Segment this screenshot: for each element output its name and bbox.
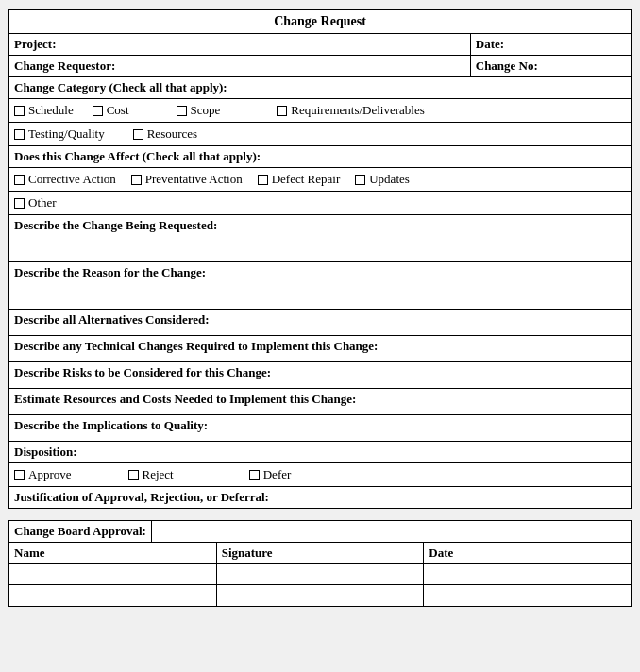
checkbox-sym-preventative (131, 175, 142, 185)
disposition-label: Disposition: (14, 445, 76, 459)
justification-label: Justification of Approval, Rejection, or… (14, 490, 269, 504)
checkbox-sym-scope (177, 106, 187, 116)
checkbox-label-preventative: Preventative Action (145, 172, 243, 187)
checkbox-sym-approve (14, 470, 25, 480)
checkbox-corrective[interactable]: Corrective Action (14, 172, 116, 187)
project-label: Project: (14, 37, 57, 51)
checkbox-sym-defer (249, 470, 260, 480)
board-cell-date-1 (424, 564, 631, 584)
estimate-resources-label: Estimate Resources and Costs Needed to I… (14, 392, 356, 406)
checkbox-label-approve: Approve (28, 467, 72, 482)
checkbox-resources[interactable]: Resources (133, 126, 197, 142)
checkbox-label-testing: Testing/Quality (28, 126, 105, 142)
board-col-date: Date (424, 543, 631, 563)
requestor-label: Change Requestor: (14, 59, 115, 73)
checkbox-sym-cost (93, 106, 103, 116)
checkbox-cost[interactable]: Cost (93, 103, 129, 118)
checkbox-label-other: Other (28, 195, 57, 210)
change-no-label: Change No: (476, 59, 538, 73)
affect-label: Does this Change Affect (Check all that … (14, 149, 261, 163)
describe-reason-label: Describe the Reason for the Change: (14, 265, 206, 279)
describe-risks-label: Describe Risks to be Considered for this… (14, 365, 271, 379)
describe-implications-label: Describe the Implications to Quality: (14, 418, 208, 432)
checkbox-sym-reject (128, 470, 139, 480)
checkbox-label-defect: Defect Repair (272, 172, 341, 187)
board-col-signature: Signature (217, 543, 425, 563)
checkbox-approve[interactable]: Approve (14, 467, 72, 482)
checkbox-label-reject: Reject (143, 467, 174, 482)
checkbox-scope[interactable]: Scope (177, 103, 221, 118)
checkbox-sym-resources (133, 129, 143, 140)
checkbox-label-cost: Cost (107, 103, 129, 118)
checkbox-defect[interactable]: Defect Repair (258, 172, 341, 187)
board-row-2 (9, 585, 631, 606)
board-header-label: Change Board Approval: (9, 521, 152, 542)
board-cell-date-2 (424, 585, 631, 606)
checkbox-sym-corrective (14, 175, 25, 185)
form-title: Change Request (9, 10, 631, 34)
board-cell-sig-1 (217, 564, 425, 584)
checkbox-schedule[interactable]: Schedule (14, 103, 74, 118)
checkbox-label-schedule: Schedule (28, 103, 74, 118)
board-row-1 (9, 564, 631, 585)
change-board-table: Change Board Approval: Name Signature Da… (8, 520, 632, 607)
checkbox-sym-updates (355, 175, 365, 185)
describe-alternatives-label: Describe all Alternatives Considered: (14, 312, 210, 327)
describe-technical-label: Describe any Technical Changes Required … (14, 339, 378, 353)
checkbox-label-resources: Resources (147, 126, 197, 142)
checkbox-requirements[interactable]: Requirements/Deliverables (277, 103, 425, 118)
checkbox-preventative[interactable]: Preventative Action (131, 172, 243, 187)
date-label: Date: (476, 37, 504, 51)
checkbox-label-requirements: Requirements/Deliverables (291, 103, 425, 118)
checkbox-sym-testing (14, 129, 25, 140)
checkbox-reject[interactable]: Reject (128, 467, 174, 482)
checkbox-label-updates: Updates (369, 172, 410, 187)
checkbox-sym-requirements (277, 106, 287, 116)
checkbox-testing[interactable]: Testing/Quality (14, 126, 105, 142)
category-label: Change Category (Check all that apply): (14, 80, 227, 94)
checkbox-defer[interactable]: Defer (249, 467, 292, 482)
change-request-form: Change Request Project: Date: Change Req… (8, 9, 632, 509)
board-cell-name-2 (9, 585, 217, 606)
checkbox-updates[interactable]: Updates (355, 172, 410, 187)
checkbox-other[interactable]: Other (14, 195, 57, 210)
checkbox-sym-defect (258, 175, 268, 185)
board-cell-name-1 (9, 564, 217, 584)
checkbox-label-defer: Defer (263, 467, 292, 482)
checkbox-label-scope: Scope (191, 103, 221, 118)
checkbox-sym-other (14, 198, 25, 209)
checkbox-label-corrective: Corrective Action (28, 172, 116, 187)
board-cell-sig-2 (217, 585, 425, 606)
describe-change-label: Describe the Change Being Requested: (14, 218, 217, 232)
checkbox-sym-schedule (14, 106, 25, 116)
board-header-fill (152, 529, 631, 534)
board-col-name: Name (9, 543, 217, 563)
